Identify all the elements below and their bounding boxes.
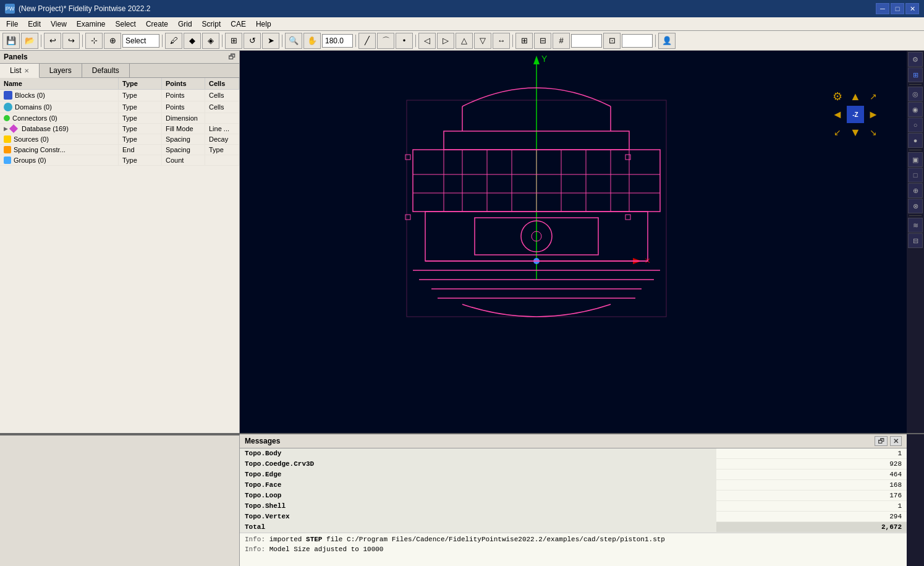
nav-downleft[interactable]: ↙	[829, 124, 846, 141]
tab-list[interactable]: List ✕	[0, 64, 40, 78]
menu-examine[interactable]: Examine	[72, 17, 111, 31]
arrow-button[interactable]: ➤	[262, 33, 279, 49]
tab-layers[interactable]: Layers	[40, 64, 82, 77]
tool-btn-2[interactable]: ⊞	[908, 67, 923, 82]
tool-btn-6[interactable]: ●	[908, 133, 923, 148]
arrow-dn-button[interactable]: ▽	[474, 33, 491, 49]
viewport-area[interactable]: Y ×	[240, 51, 907, 433]
viewport-column: Y ×	[240, 51, 907, 433]
rotate-button[interactable]: ↺	[244, 33, 261, 49]
tool-btn-9[interactable]: ⊕	[908, 183, 923, 198]
svg-text:Y: Y	[541, 54, 548, 64]
tool-sep-3	[909, 215, 922, 216]
nav-up[interactable]: ▲	[847, 88, 864, 105]
hash-button[interactable]: #	[553, 33, 570, 49]
save-button[interactable]: 💾	[2, 33, 20, 49]
tab-layers-label: Layers	[49, 66, 72, 75]
undo-button[interactable]: ↩	[44, 33, 61, 49]
tree-row-spacing[interactable]: Spacing Constr... End Spacing Type	[0, 145, 239, 155]
menu-script[interactable]: Script	[197, 17, 226, 31]
redo-button[interactable]: ↪	[62, 33, 80, 49]
connectors-col4	[205, 113, 239, 123]
menu-create[interactable]: Create	[141, 17, 173, 31]
tool-btn-4[interactable]: ◉	[908, 102, 923, 117]
tree-row-blocks[interactable]: Blocks (0) Type Points Cells	[0, 90, 239, 101]
select-input[interactable]	[122, 34, 159, 48]
zoom-fit-button[interactable]: ⊡	[603, 33, 621, 49]
blocks-col2: Type	[119, 90, 162, 101]
panels-collapse[interactable]: 🗗	[228, 53, 235, 61]
tool-btn-3[interactable]: ◎	[908, 87, 923, 101]
tool-btn-1[interactable]: ⚙	[908, 52, 923, 67]
menu-help[interactable]: Help	[251, 17, 276, 31]
info-text-2: Model Size adjusted to 10000	[269, 546, 384, 553]
nav-center[interactable]: -Z	[847, 106, 864, 123]
line-button[interactable]: ╱	[358, 33, 376, 49]
tab-defaults[interactable]: Defaults	[82, 64, 130, 77]
grid-toggle[interactable]: ⊞	[515, 33, 533, 49]
menu-cae[interactable]: CAE	[226, 17, 251, 31]
tab-list-close[interactable]: ✕	[24, 67, 29, 74]
nav-downright[interactable]: ↘	[865, 124, 882, 141]
shape-button[interactable]: ◈	[202, 33, 219, 49]
menu-grid[interactable]: Grid	[173, 17, 197, 31]
select-mode-button[interactable]: ⊹	[85, 33, 103, 49]
zoom-input[interactable]	[571, 34, 602, 48]
topo-vertex-row: Topo.Vertex 294	[240, 512, 907, 522]
nav-upright[interactable]: ↗	[865, 88, 882, 105]
topo-shell-value: 1	[716, 501, 907, 512]
tree-row-sources[interactable]: Sources (0) Type Spacing Decay	[0, 134, 239, 145]
info-lines: Info: imported STEP file C:/Program File…	[240, 533, 907, 555]
bottom-row: Messages 🗗 ✕ Topo.Body 1 Topo.Coedge.Crv…	[0, 433, 924, 566]
messages-close[interactable]: ✕	[890, 436, 902, 446]
window-title: (New Project)* Fidelity Pointwise 2022.2	[19, 4, 150, 13]
tool-btn-12[interactable]: ⊟	[908, 233, 923, 248]
paint-button[interactable]: 🖊	[165, 33, 182, 49]
menu-file[interactable]: File	[1, 17, 23, 31]
database-expand[interactable]: ▶	[4, 126, 8, 132]
nav-right[interactable]: ►	[865, 106, 882, 123]
bottom-right-spacer	[907, 434, 924, 566]
user-button[interactable]: 👤	[658, 33, 676, 49]
minimize-button[interactable]: ─	[876, 3, 889, 14]
grid2-toggle[interactable]: ⊟	[534, 33, 551, 49]
tool-btn-10[interactable]: ⊗	[908, 199, 923, 213]
curve-button[interactable]: ⌒	[377, 33, 394, 49]
pan-button[interactable]: ✋	[303, 33, 321, 49]
tree-row-domains[interactable]: Domains (0) Type Points Cells	[0, 101, 239, 113]
menu-select[interactable]: Select	[111, 17, 141, 31]
tree-row-connectors[interactable]: Connectors (0) Type Dimension	[0, 113, 239, 124]
topo-shell-label: Topo.Shell	[240, 501, 716, 512]
tool-btn-8[interactable]: □	[908, 168, 923, 182]
arrow-left-button[interactable]: ◁	[418, 33, 436, 49]
arrow-right-button[interactable]: ▷	[437, 33, 454, 49]
tool-btn-7[interactable]: ▣	[908, 152, 923, 167]
pick-button[interactable]: ⊕	[104, 33, 121, 49]
menu-edit[interactable]: Edit	[23, 17, 46, 31]
topo-coedge-value: 928	[716, 459, 907, 470]
move-button[interactable]: ↔	[493, 33, 510, 49]
sep1	[41, 35, 41, 47]
menu-view[interactable]: View	[46, 17, 72, 31]
tool-btn-5[interactable]: ○	[908, 118, 923, 132]
messages-dock[interactable]: 🗗	[875, 436, 888, 446]
nav-down[interactable]: ▼	[847, 124, 864, 141]
spacing-col2: End	[119, 145, 162, 155]
open-button[interactable]: 📂	[21, 33, 38, 49]
close-button[interactable]: ✕	[905, 3, 919, 14]
tree-row-groups[interactable]: Groups (0) Type Count	[0, 155, 239, 166]
tool-btn-11[interactable]: ≋	[908, 218, 923, 233]
gear-icon[interactable]: ⚙	[829, 88, 846, 105]
bottom-left-spacer	[0, 434, 240, 566]
coord-input[interactable]	[622, 34, 653, 48]
point-button[interactable]: •	[396, 33, 413, 49]
cube-button[interactable]: ◆	[184, 33, 201, 49]
tree-row-database[interactable]: ▶ Database (169) Type Fill Mode Line ...	[0, 124, 239, 134]
angle-input[interactable]	[322, 34, 353, 48]
axis-button[interactable]: ⊞	[225, 33, 242, 49]
arrow-up-button[interactable]: △	[456, 33, 473, 49]
zoom-button[interactable]: 🔍	[285, 33, 302, 49]
spacing-col4: Type	[205, 145, 239, 155]
maximize-button[interactable]: □	[891, 3, 904, 14]
nav-left[interactable]: ◄	[829, 106, 846, 123]
